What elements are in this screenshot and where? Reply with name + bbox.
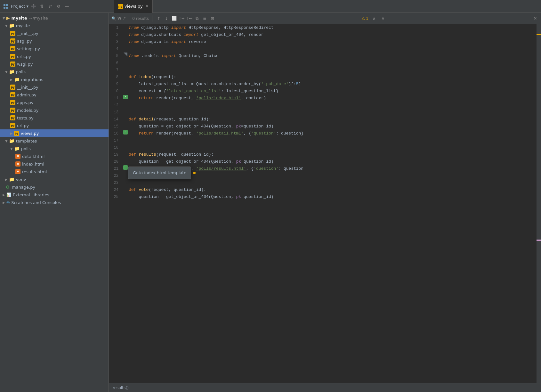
select-all-button[interactable]: ⧉ [194, 15, 200, 22]
line-content-7 [129, 67, 537, 74]
warning-marker2 [537, 240, 541, 241]
sidebar-item-models[interactable]: py models.py [0, 106, 109, 114]
sidebar-item-scratches[interactable]: ▶ ◎ Scratches and Consoles [0, 199, 109, 206]
case-sensitive-button[interactable]: ≡ [202, 15, 208, 22]
sidebar-item-results-html[interactable]: H results.html [0, 168, 109, 176]
tab-file-icon: py [118, 4, 123, 9]
sidebar-item-url[interactable]: py url.py [0, 122, 109, 129]
gutter-green-icon: H [123, 130, 128, 135]
tooltip-text: Goto index.html template [133, 170, 186, 175]
code-line-5: 5 from .models import Question, Choice [109, 53, 537, 60]
code-line-2: 2 from django.shortcuts import get_objec… [109, 31, 537, 38]
html-file-icon: H [15, 154, 20, 159]
sidebar-item-templates[interactable]: ▼ 📁 templates [0, 137, 109, 145]
nav-down-button[interactable]: ∨ [380, 15, 386, 22]
svg-marker-4 [124, 53, 127, 56]
code-line-4: 4 [109, 45, 537, 53]
line-content-15: question = get_object_or_404(Question, p… [129, 123, 537, 130]
nav-up-button[interactable]: ∧ [371, 15, 377, 22]
settings-icon[interactable]: ⚙ [55, 3, 62, 10]
sidebar-item-label: admin.py [17, 93, 36, 97]
expand-button[interactable]: ⬜ [171, 15, 177, 22]
line-num-10: 10 [109, 88, 122, 95]
line-content-6 [129, 60, 537, 67]
sidebar: ▼ ▶ mysite ~/mysite ▼ 📁 mysite py __init… [0, 13, 109, 392]
project-dropdown[interactable]: Project ▾ [11, 4, 28, 9]
svg-rect-2 [4, 7, 5, 9]
polls-folder-icon: 📁 [9, 69, 14, 74]
sidebar-item-index-html[interactable]: H index.html [0, 160, 109, 168]
venv-folder-icon: 📁 [9, 177, 14, 182]
sidebar-item-migrations[interactable]: ▶ 📁 migrations [0, 76, 109, 83]
warning-icon: ⚠ [361, 16, 365, 21]
sidebar-item-label: apps.py [17, 100, 33, 105]
next-result-button[interactable]: ↓ [163, 15, 170, 22]
line-gutter-21: H [122, 165, 129, 170]
py-file-icon: py [10, 46, 15, 51]
sidebar-root[interactable]: ▼ ▶ mysite ~/mysite [0, 14, 109, 22]
search-close-button[interactable]: ✕ [532, 15, 538, 22]
code-line-15: 15 question = get_object_or_404(Question… [109, 123, 537, 130]
tab-views-py[interactable]: py views.py ✕ [114, 0, 153, 13]
sidebar-item-polls-templates[interactable]: ▼ 📁 polls [0, 145, 109, 152]
sidebar-item-views[interactable]: ▶ py views.py [0, 129, 109, 137]
sidebar-item-external-libs[interactable]: ▶ 📊 External Libraries [0, 191, 109, 199]
tab-filename: views.py [125, 4, 143, 9]
code-line-10: 10 context = {'latest_question_list': la… [109, 88, 537, 95]
line-gutter-11: H [122, 95, 129, 99]
py-file-icon: py [10, 85, 15, 90]
templates-chevron: ▼ [5, 139, 8, 143]
scratches-chevron: ▶ [3, 201, 5, 204]
code-editor[interactable]: 1 from django.http import HttpResponse, … [109, 24, 537, 383]
filter-button[interactable]: ⊟ [209, 15, 216, 22]
add-icon[interactable]: ➕ [30, 3, 37, 10]
word-match-button[interactable]: W [117, 16, 121, 20]
add-occurrence-button[interactable]: T+ [179, 15, 185, 22]
goto-template-tooltip[interactable]: Goto index.html template [128, 167, 191, 179]
sidebar-item-asgi[interactable]: py asgi.py [0, 37, 109, 45]
sidebar-item-label: settings.py [17, 46, 40, 51]
search-divider2 [152, 15, 152, 22]
line-content-3: from django.urls import reverse [129, 38, 537, 45]
sidebar-item-init-polls[interactable]: py __init__.py [0, 83, 109, 91]
prev-result-button[interactable]: ↑ [156, 15, 162, 22]
sync-icon[interactable]: ⇅ [39, 3, 45, 10]
sidebar-item-manage[interactable]: ⚙ manage.py [0, 183, 109, 191]
editor-right-scrollbar[interactable] [537, 24, 541, 383]
sidebar-item-wsgi[interactable]: py wsgi.py [0, 60, 109, 68]
sidebar-item-mysite-inner[interactable]: ▼ 📁 mysite [0, 22, 109, 29]
sidebar-item-urls[interactable]: py urls.py [0, 53, 109, 60]
migrations-chevron: ▶ [10, 78, 13, 81]
sidebar-item-tests[interactable]: py tests.py [0, 114, 109, 122]
sidebar-item-label: models.py [17, 108, 38, 113]
mysite-inner-folder-icon: 📁 [9, 23, 14, 28]
warning-badge: ⚠ 1 [361, 16, 368, 21]
line-num-18: 18 [109, 144, 122, 151]
tab-close-button[interactable]: ✕ [146, 4, 149, 8]
line-content-9: latest_question_list = Question.objects.… [129, 81, 537, 88]
sidebar-item-init-mysite[interactable]: py __init__.py [0, 29, 109, 37]
line-num-3: 3 [109, 38, 122, 45]
code-line-24: 24 def vote(request, question_id): [109, 186, 537, 193]
sidebar-item-apps[interactable]: py apps.py [0, 99, 109, 106]
code-line-11: 11 H return render(request, 'polls/index… [109, 95, 537, 102]
line-num-7: 7 [109, 67, 122, 74]
sidebar-item-detail-html[interactable]: H detail.html [0, 152, 109, 160]
sidebar-item-polls[interactable]: ▼ 📁 polls [0, 68, 109, 76]
migrations-folder-icon: 📁 [14, 77, 20, 82]
root-path: ~/mysite [29, 16, 48, 20]
prev-occurrence-button[interactable]: T← [186, 15, 193, 22]
py-file-icon: py [10, 115, 15, 120]
sidebar-item-settings[interactable]: py settings.py [0, 45, 109, 53]
search-actions: ↑ ↓ ⬜ T+ T← ⧉ ≡ ⊟ [156, 15, 216, 22]
search-button[interactable]: 🔍 [111, 16, 116, 21]
line-num-6: 6 [109, 60, 122, 67]
regex-button[interactable]: .* [123, 16, 125, 20]
title-bar: Project ▾ ➕ ⇅ ⇄ ⚙ — py views.py ✕ [0, 0, 541, 13]
sidebar-item-admin[interactable]: py admin.py [0, 91, 109, 99]
split-icon[interactable]: ⇄ [47, 3, 53, 10]
py-file-icon: py [10, 123, 15, 128]
sidebar-item-venv[interactable]: ▶ 📁 venv [0, 176, 109, 183]
warning-marker [537, 34, 541, 35]
minimize-icon[interactable]: — [64, 3, 70, 10]
